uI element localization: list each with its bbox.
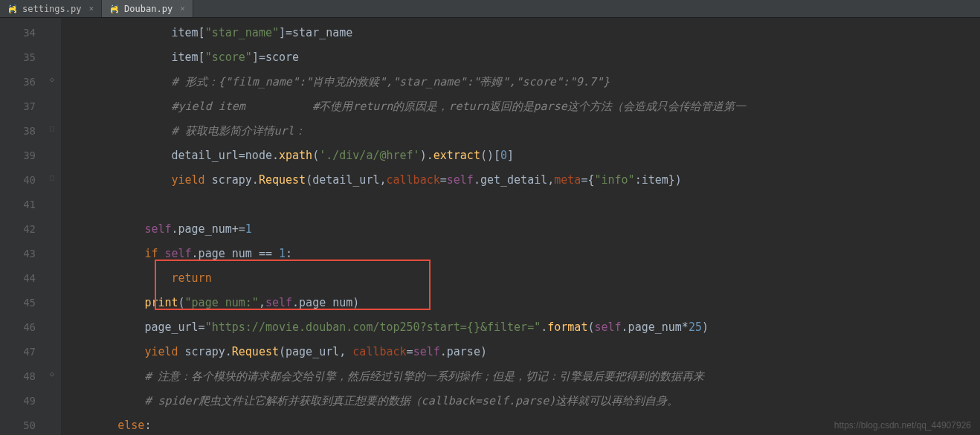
- tab-label: Douban.py: [124, 4, 173, 14]
- code-line: # spider爬虫文件让它解析并获取到真正想要的数据（callback=sel…: [61, 389, 980, 413]
- fold-marker-icon[interactable]: ◇: [48, 74, 57, 83]
- code-line: return: [61, 266, 980, 291]
- code-line: page_url="https://movie.douban.com/top25…: [61, 315, 980, 340]
- line-number: 47: [0, 340, 46, 364]
- code-line: item["star_name"]=star_name: [61, 21, 980, 45]
- svg-point-1: [14, 12, 15, 13]
- code-content[interactable]: item["star_name"]=star_name item["score"…: [61, 18, 980, 435]
- fold-marker-icon[interactable]: ⬚: [48, 123, 57, 132]
- line-number: 50: [0, 413, 46, 435]
- line-number: 45: [0, 291, 46, 315]
- tab-settings-py[interactable]: settings.py ×: [0, 0, 102, 17]
- svg-point-0: [10, 5, 11, 6]
- line-number: 38: [0, 119, 46, 144]
- code-line: yield scrapy.Request(detail_url,callback…: [61, 168, 980, 193]
- fold-gutter: ◇ ⬚ ⬚ ◇: [46, 18, 61, 435]
- code-line: if self.page_num == 1:: [61, 242, 980, 266]
- code-line: # 注意：各个模块的请求都会交给引擎，然后经过引擎的一系列操作；但是，切记：引擎…: [61, 364, 980, 389]
- code-line: print("page_num:",self.page_num): [61, 291, 980, 315]
- code-line: [61, 193, 980, 217]
- code-line: self.page_num+=1: [61, 217, 980, 242]
- python-file-icon: [109, 4, 120, 14]
- code-editor[interactable]: 3435363738394041424344454647484950 ◇ ⬚ ⬚…: [0, 18, 980, 435]
- line-number: 39: [0, 144, 46, 168]
- fold-marker-icon[interactable]: ⬚: [48, 173, 57, 181]
- line-number: 42: [0, 217, 46, 242]
- tab-douban-py[interactable]: Douban.py ×: [102, 0, 193, 17]
- svg-point-2: [112, 5, 113, 6]
- python-file-icon: [7, 4, 18, 14]
- line-number: 37: [0, 94, 46, 119]
- line-number: 48: [0, 364, 46, 389]
- line-number: 43: [0, 242, 46, 266]
- line-number-gutter: 3435363738394041424344454647484950: [0, 18, 46, 435]
- editor-tabs: settings.py × Douban.py ×: [0, 0, 980, 18]
- code-line: yield scrapy.Request(page_url, callback=…: [61, 340, 980, 364]
- line-number: 44: [0, 266, 46, 291]
- svg-point-3: [116, 12, 117, 13]
- line-number: 41: [0, 193, 46, 217]
- code-line: item["score"]=score: [61, 45, 980, 70]
- line-number: 46: [0, 315, 46, 340]
- line-number: 35: [0, 45, 46, 70]
- fold-marker-icon[interactable]: ◇: [48, 369, 57, 378]
- close-icon[interactable]: ×: [88, 4, 94, 13]
- code-line: #yield item #不使用return的原因是，return返回的是par…: [61, 94, 980, 119]
- code-line: # 获取电影简介详情url：: [61, 119, 980, 144]
- code-line: detail_url=node.xpath('./div/a/@href').e…: [61, 144, 980, 168]
- line-number: 36: [0, 70, 46, 94]
- line-number: 40: [0, 168, 46, 193]
- code-line: # 形式：{"film_name":"肖申克的救赎","star_name":"…: [61, 70, 980, 94]
- line-number: 49: [0, 389, 46, 413]
- watermark: https://blog.csdn.net/qq_44907926: [834, 420, 971, 431]
- line-number: 34: [0, 21, 46, 45]
- tab-label: settings.py: [22, 4, 81, 14]
- close-icon[interactable]: ×: [180, 4, 185, 13]
